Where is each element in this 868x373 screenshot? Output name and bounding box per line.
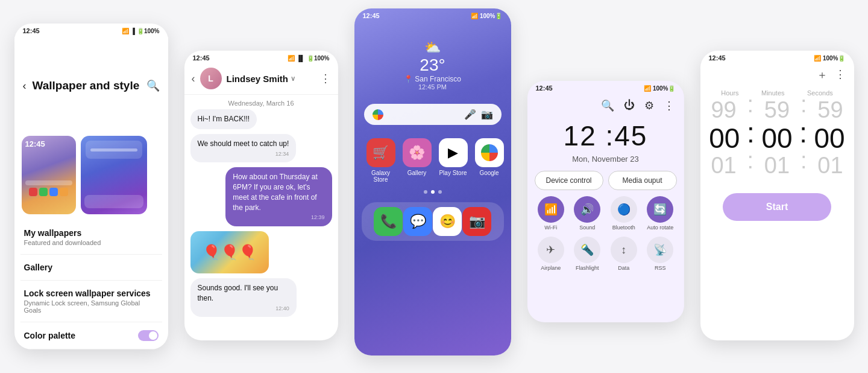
camera-search-icon[interactable]: 📷	[481, 109, 493, 120]
app-google[interactable]: Google	[475, 138, 504, 183]
dock-messages[interactable]: 💬	[403, 207, 432, 236]
wallpaper-thumb-1[interactable]: 12:45	[22, 136, 76, 214]
dock-bitmoji[interactable]: 😊	[433, 207, 462, 236]
phone-timer: 12:45 📶 100%🔋 ＋ ⋮ Hours Minutes Seconds …	[700, 51, 854, 340]
tile-wifi[interactable]: 📶 Wi-Fi	[536, 196, 567, 231]
toggle-dot	[149, 331, 157, 340]
media-output-btn[interactable]: Media ouput	[608, 171, 677, 190]
wifi-icon-5: 📶	[814, 55, 821, 62]
app-galaxy-store[interactable]: 🛒 Galaxy Store	[366, 138, 395, 183]
minutes-bot-val: 01	[764, 153, 790, 179]
minutes-mid: 00	[761, 123, 792, 154]
search-icon-1[interactable]: 🔍	[146, 79, 160, 92]
bubble-text-2: We should meet to catch up!	[198, 139, 289, 148]
gallery-label: Gallery	[407, 170, 427, 176]
contact-name[interactable]: Lindsey Smith ∨	[227, 74, 315, 84]
menu-item-color-title: Color palette	[24, 331, 76, 340]
minutes-top-val: 59	[764, 98, 790, 123]
minutes-top: 59	[764, 98, 790, 123]
phone-messages: 12:45 📶 ▐▌ 🔋100% ‹ L Lindsey Smith ∨ ⋮ W…	[184, 51, 338, 340]
battery-icon-1: 🔋100%	[137, 28, 160, 34]
device-control-btn[interactable]: Device control	[535, 171, 603, 190]
dot-3	[438, 190, 442, 194]
start-button[interactable]: Start	[723, 193, 831, 221]
bubble-text-1: Hi~! I'm BACK!!!	[198, 115, 250, 123]
back-icon-1[interactable]: ‹	[23, 80, 27, 92]
dock-phone[interactable]: 📞	[374, 207, 403, 236]
back-icon-2[interactable]: ‹	[192, 72, 195, 85]
search-icon-4[interactable]: 🔍	[601, 99, 614, 112]
data-tile-label: Data	[618, 265, 629, 271]
play-store-label: Play Store	[439, 170, 467, 176]
sound-tile-label: Sound	[579, 225, 595, 231]
qs-header: 🔍 ⏻ ⚙ ⋮	[527, 94, 684, 117]
wallpaper-thumb-2[interactable]	[81, 136, 147, 214]
rss-tile-label: RSS	[655, 265, 666, 271]
balloon-icon: 🎈🎈🎈	[203, 242, 257, 263]
app-play-store[interactable]: ▶ Play Store	[439, 138, 468, 183]
menu-item-lockscreen[interactable]: Lock screen wallpaper services Dynamic L…	[20, 281, 162, 322]
status-icons-4: 📶 100%🔋	[644, 85, 676, 92]
minutes-mid-val: 00	[761, 123, 792, 154]
more-icon-timer[interactable]: ⋮	[835, 68, 846, 82]
status-time-5: 12:45	[709, 54, 726, 62]
bubble-time-recv: 12:34	[198, 150, 289, 158]
settings-icon-4[interactable]: ⚙	[644, 99, 654, 112]
bubble-time-3: 12:40	[198, 305, 289, 313]
qs-clock: 12 :45	[527, 117, 684, 155]
menu-item-wallpapers[interactable]: My wallpapers Featured and downloaded	[20, 220, 162, 255]
battery-icon-4: 100%🔋	[653, 85, 676, 92]
msg-body: Hi~! I'm BACK!!! We should meet to catch…	[184, 109, 338, 317]
data-tile-icon: ↕	[611, 237, 637, 263]
color-toggle[interactable]	[138, 330, 159, 341]
tile-sound[interactable]: 🔊 Sound	[572, 196, 603, 231]
app-gallery[interactable]: 🌸 Gallery	[403, 138, 432, 183]
colon-mid-2: :	[798, 116, 808, 149]
status-time-2: 12:45	[193, 54, 210, 62]
seconds-bot: 01	[817, 153, 843, 179]
airplane-tile-label: Airplane	[541, 265, 561, 271]
hours-bot: 01	[711, 153, 736, 179]
wifi-icon-2: 📶	[288, 55, 295, 62]
dock: 📞 💬 😊 📷	[362, 202, 504, 241]
hours-top: 99	[711, 98, 736, 123]
status-bar-5: 12:45 📶 100%🔋	[700, 51, 854, 64]
mic-icon[interactable]: 🎤	[464, 109, 476, 120]
contact-avatar: L	[200, 68, 222, 89]
timer-scroll-mid[interactable]: 00 : 00 : 00	[700, 123, 854, 154]
more-icon[interactable]: ⋮	[320, 72, 331, 85]
menu-item-gallery[interactable]: Gallery	[20, 255, 162, 281]
qs-buttons: Device control Media ouput	[527, 171, 684, 190]
battery-icon-3: 100%🔋	[480, 13, 503, 19]
wp-bar	[84, 195, 143, 208]
menu-item-wallpapers-sub: Featured and downloaded	[24, 239, 159, 246]
search-bar[interactable]: 🎤 📷	[364, 104, 502, 125]
menu-item-color[interactable]: Color palette	[20, 322, 162, 349]
signal-icon-2: ▐▌	[297, 55, 305, 62]
status-time-1: 12:45	[23, 27, 40, 34]
tile-flashlight[interactable]: 🔦 Flashlight	[572, 237, 603, 271]
galaxy-store-icon: 🛒	[366, 138, 395, 167]
tile-bluetooth[interactable]: 🔵 Bluetooth	[609, 196, 640, 231]
seconds-top-val: 59	[817, 98, 843, 123]
minutes-bot: 01	[764, 153, 790, 179]
add-icon-timer[interactable]: ＋	[817, 68, 828, 82]
autorotate-tile-icon: 🔄	[647, 196, 673, 223]
power-icon-4[interactable]: ⏻	[624, 99, 635, 112]
status-time-4: 12:45	[536, 84, 553, 92]
wifi-tile-icon: 📶	[538, 196, 564, 223]
tile-autorotate[interactable]: 🔄 Auto rotate	[645, 196, 676, 231]
phone-home: 12:45 📶 100%🔋 ⛅ 23° 📍 San Francisco 12:4…	[354, 8, 511, 355]
signal-icon-1: ▐	[131, 28, 135, 34]
more-icon-4[interactable]: ⋮	[664, 99, 675, 112]
weather-temp: 23°	[354, 56, 511, 75]
tile-data[interactable]: ↕ Data	[609, 237, 640, 271]
seconds-label: Seconds	[807, 89, 833, 97]
dock-camera[interactable]: 📷	[462, 207, 491, 236]
hours-label: Hours	[721, 89, 738, 97]
menu-item-lockscreen-title: Lock screen wallpaper services	[24, 289, 159, 298]
tile-rss[interactable]: 📡 RSS	[645, 237, 676, 271]
tile-airplane[interactable]: ✈ Airplane	[536, 237, 567, 271]
hours-mid-val: 00	[709, 123, 740, 154]
flashlight-tile-label: Flashlight	[576, 265, 599, 271]
